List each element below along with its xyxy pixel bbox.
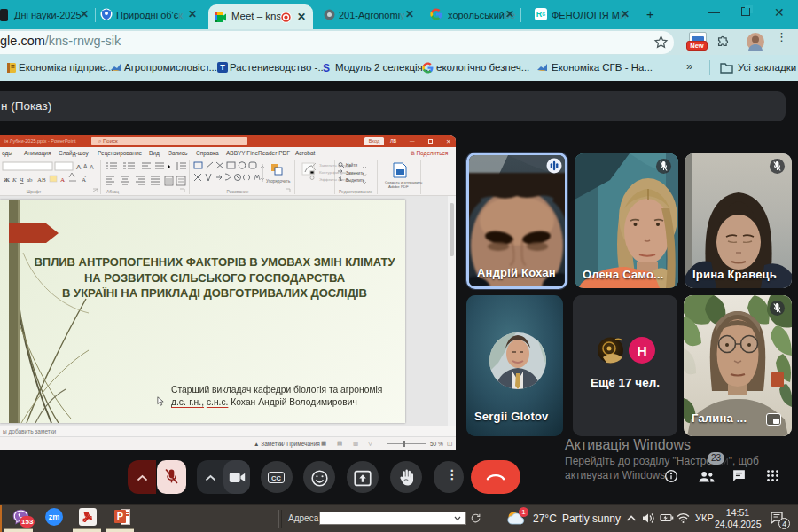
svg-text:Ч: Ч <box>20 176 24 184</box>
svg-text:К: К <box>12 176 17 184</box>
svg-text:A̶: A̶ <box>90 164 97 170</box>
svg-text:Шрифт: Шрифт <box>27 189 42 194</box>
svg-text:Упорядочить: Упорядочить <box>266 179 291 184</box>
svg-text:А: А <box>60 176 65 184</box>
svg-text:А́: А́ <box>82 176 86 184</box>
svg-text:A: A <box>76 163 82 171</box>
svg-text:Рисование: Рисование <box>226 189 248 194</box>
svg-text:H: H <box>637 343 646 358</box>
svg-text:Редактирование: Редактирование <box>339 189 372 194</box>
svg-text:Заменить: Заменить <box>346 171 364 176</box>
svg-text:Абзац: Абзац <box>106 189 119 194</box>
svg-text:Ж: Ж <box>4 176 10 184</box>
svg-text:Adobe PDF: Adobe PDF <box>388 184 409 189</box>
svg-text:Найти: Найти <box>346 162 358 168</box>
svg-text:АВ: АВ <box>37 176 46 184</box>
svg-text:A: A <box>83 163 88 169</box>
svg-text:Создать и отправить: Создать и отправить <box>385 180 423 184</box>
svg-text:Выделить: Выделить <box>346 178 365 183</box>
svg-text:Эффекты фигур: Эффекты фигур <box>319 177 349 182</box>
svg-text:ab: ab <box>27 176 33 184</box>
